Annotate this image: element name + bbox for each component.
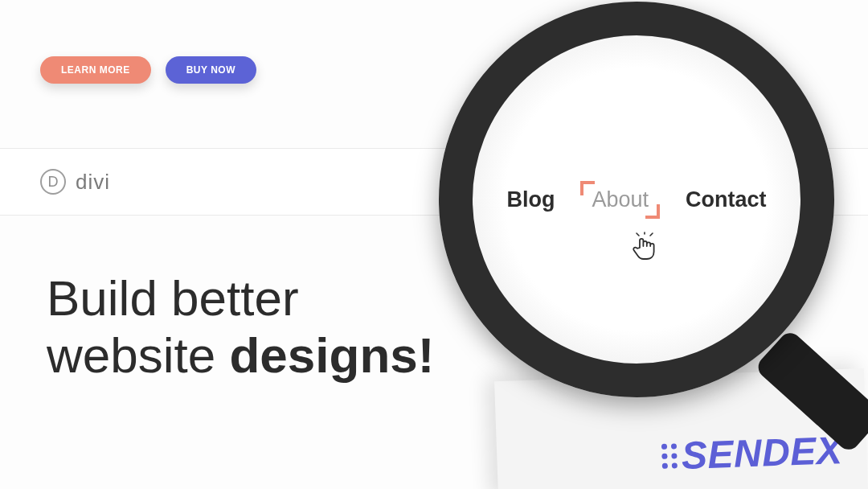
brand-dots-icon <box>661 443 677 469</box>
site-logo[interactable]: D divi <box>40 169 110 195</box>
hand-cursor-icon <box>628 232 661 264</box>
hero-line-1: Build better <box>47 269 497 327</box>
hero-line-2b: designs! <box>229 327 434 383</box>
logo-text: divi <box>76 170 110 195</box>
selection-bracket-icon <box>580 181 595 195</box>
learn-more-button[interactable]: LEARN MORE <box>40 56 151 84</box>
nav-about[interactable]: About <box>592 187 649 212</box>
brand-logo: SENDEX <box>661 428 843 479</box>
buy-now-button[interactable]: BUY NOW <box>166 56 256 84</box>
nav-blog[interactable]: Blog <box>506 187 555 212</box>
magnified-nav: Blog About Contact <box>506 187 766 212</box>
selection-bracket-icon <box>645 204 660 219</box>
brand-name: SENDEX <box>681 428 843 478</box>
hero-heading: Build better website designs! <box>47 269 497 384</box>
logo-mark-icon: D <box>40 169 66 195</box>
nav-about-label: About <box>592 187 649 212</box>
hero-line-2a: website <box>47 327 229 383</box>
magnifier-lens: Blog About Contact <box>468 31 805 368</box>
hero-line-2: website designs! <box>47 327 497 384</box>
nav-contact[interactable]: Contact <box>686 187 767 212</box>
